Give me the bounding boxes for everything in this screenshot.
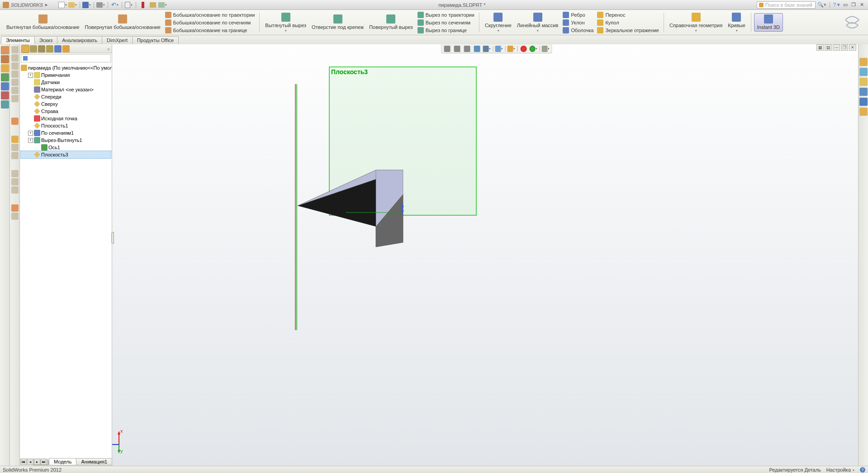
boundary-cut-button[interactable]: Вырез по границе (416, 27, 476, 34)
lofted-cut-button[interactable]: Вырез по сечениям (416, 19, 476, 26)
tool-icon[interactable] (1, 100, 9, 109)
undo-button[interactable]: ↶▾ (110, 1, 119, 9)
context-tool-icon[interactable] (11, 87, 19, 94)
lofted-boss-button[interactable]: Бобышка/основание по сечениям (163, 19, 257, 26)
3d-viewport[interactable]: ▾ ▾ ▾ ▾ ▾ ▦ ▤ — ❐ ✕ (112, 44, 858, 466)
shell-button[interactable]: Оболочка (561, 27, 595, 34)
tree-root[interactable]: пирамида (По умолчанию<<По умол (21, 64, 111, 71)
boundary-boss-button[interactable]: Бобышка/основание на границе (163, 27, 257, 34)
mirror-button[interactable]: Зеркальное отражение (595, 27, 661, 34)
instant-3d-button[interactable]: Instant 3D (754, 13, 783, 31)
context-tool-icon[interactable] (11, 204, 19, 212)
tab-nav-first[interactable]: ⏮ (20, 459, 27, 465)
context-tool-icon[interactable] (11, 152, 19, 159)
tree-front-plane[interactable]: Спереди (21, 93, 111, 100)
save-button[interactable]: ▾ (82, 1, 91, 9)
tree-right-plane[interactable]: Справа (21, 108, 111, 115)
swept-cut-button[interactable]: Вырез по траектории (416, 11, 476, 19)
dimxpert-manager-tab-icon[interactable] (46, 45, 53, 52)
tab-features[interactable]: Элементы (1, 36, 35, 44)
tree-loft1[interactable]: +По сечениям1 (21, 129, 111, 137)
ref-geometry-button[interactable]: Справочная геометрия ▾ (667, 12, 725, 33)
configuration-manager-tab-icon[interactable] (38, 45, 45, 52)
fillet-button[interactable]: Скругление ▾ (482, 12, 514, 33)
hole-wizard-button[interactable]: Отверстие под крепеж (309, 14, 366, 31)
select-button[interactable]: ▾ (124, 1, 133, 9)
context-tool-icon[interactable] (11, 170, 19, 177)
tree-origin[interactable]: Исходная точка (21, 115, 111, 122)
tool-icon[interactable] (1, 91, 9, 99)
property-manager-tab-icon[interactable] (30, 45, 37, 52)
tree-annotations[interactable]: +Примечания (21, 71, 111, 79)
tree-plane1[interactable]: Плоскость1 (21, 122, 111, 129)
tree-expand-icon[interactable]: » (107, 46, 110, 52)
linear-pattern-button[interactable]: Линейный массив ▾ (514, 12, 561, 33)
tree-material[interactable]: Материал <не указан> (21, 86, 111, 93)
status-help-icon[interactable]: ? (860, 467, 865, 473)
tool-icon[interactable] (1, 73, 9, 81)
context-tool-icon[interactable] (11, 71, 19, 78)
tab-nav-next[interactable]: ▸ (34, 459, 40, 465)
options-button[interactable] (148, 1, 157, 9)
custom-props-tab-icon[interactable] (859, 108, 868, 116)
context-tool-icon[interactable] (11, 79, 19, 86)
design-library-tab-icon[interactable] (859, 68, 868, 76)
swept-boss-button[interactable]: Бобышка/основание по траектории (163, 11, 257, 19)
view-triad[interactable]: x y z (112, 427, 133, 454)
context-tool-icon[interactable] (11, 136, 19, 143)
tree-filter-input[interactable] (21, 54, 111, 62)
wrap-button[interactable]: Перенос (595, 11, 661, 19)
context-tool-icon[interactable] (11, 95, 19, 102)
file-explorer-tab-icon[interactable] (859, 78, 868, 86)
app-menu-arrow[interactable]: ▶ (45, 3, 47, 7)
display-manager-tab-icon[interactable] (54, 45, 62, 52)
feature-manager-tab-icon[interactable] (22, 45, 29, 52)
view-palette-tab-icon[interactable] (859, 88, 868, 96)
context-tool-icon[interactable] (11, 54, 19, 61)
extruded-boss-button[interactable]: Вытянутая бобышка/основание (4, 14, 82, 31)
rebuild-button[interactable] (138, 1, 147, 9)
print-button[interactable]: ▾ (96, 1, 105, 9)
context-tool-icon[interactable] (11, 144, 19, 151)
context-tool-icon[interactable] (11, 213, 19, 220)
tab-nav-prev[interactable]: ◂ (27, 459, 33, 465)
context-tool-icon[interactable] (11, 62, 19, 70)
extruded-cut-button[interactable]: Вытянутый вырез ▾ (262, 12, 309, 33)
minimize-button[interactable]: ▭ (842, 2, 849, 8)
tab-dimxpert[interactable]: DimXpert (102, 36, 133, 44)
tool-icon[interactable] (1, 55, 9, 63)
appearances-tab-icon[interactable] (859, 98, 868, 106)
panel-splitter[interactable] (111, 232, 114, 244)
new-file-button[interactable]: ▾ (58, 1, 67, 9)
tab-analyze[interactable]: Анализировать (57, 36, 102, 44)
tree-top-plane[interactable]: Сверху (21, 100, 111, 108)
revolved-boss-button[interactable]: Повернутая бобышка/основание (82, 14, 163, 31)
draft-button[interactable]: Уклон (561, 19, 595, 26)
context-tool-icon[interactable] (11, 186, 19, 194)
context-tool-icon[interactable] (11, 118, 19, 125)
resources-tab-icon[interactable] (859, 58, 868, 66)
status-settings[interactable]: Настройка▴ (826, 467, 854, 473)
tool-icon[interactable] (1, 82, 9, 90)
tree-sensors[interactable]: Датчики (21, 79, 111, 86)
tree-plane3[interactable]: Плоскость3 (21, 151, 111, 158)
revolved-cut-button[interactable]: Повернутый вырез (366, 14, 416, 31)
tab-office[interactable]: Продукты Office (132, 36, 179, 44)
curves-button[interactable]: Кривые ▾ (725, 12, 748, 33)
context-tool-icon[interactable] (11, 46, 19, 53)
open-file-button[interactable]: ▾ (68, 1, 77, 9)
tool-icon[interactable] (1, 64, 9, 72)
search-icon[interactable]: 🔍▾ (817, 2, 826, 8)
search-input[interactable]: Поиск в базе знаний (757, 1, 816, 9)
tab-nav-last[interactable]: ⏭ (41, 459, 47, 465)
maximize-button[interactable]: ❐ (850, 2, 857, 8)
render-tab-icon[interactable] (62, 45, 70, 52)
bottom-tab-animation[interactable]: Анимация1 (76, 458, 112, 465)
rib-button[interactable]: Ребро (561, 11, 595, 19)
context-tool-icon[interactable] (11, 178, 19, 185)
close-button[interactable]: ✕ (858, 2, 865, 8)
sketch-tool-icon[interactable] (1, 46, 9, 54)
bottom-tab-model[interactable]: Модель (49, 458, 76, 465)
dome-button[interactable]: Купол (595, 19, 661, 26)
screen-capture-button[interactable]: ▾ (158, 1, 167, 9)
